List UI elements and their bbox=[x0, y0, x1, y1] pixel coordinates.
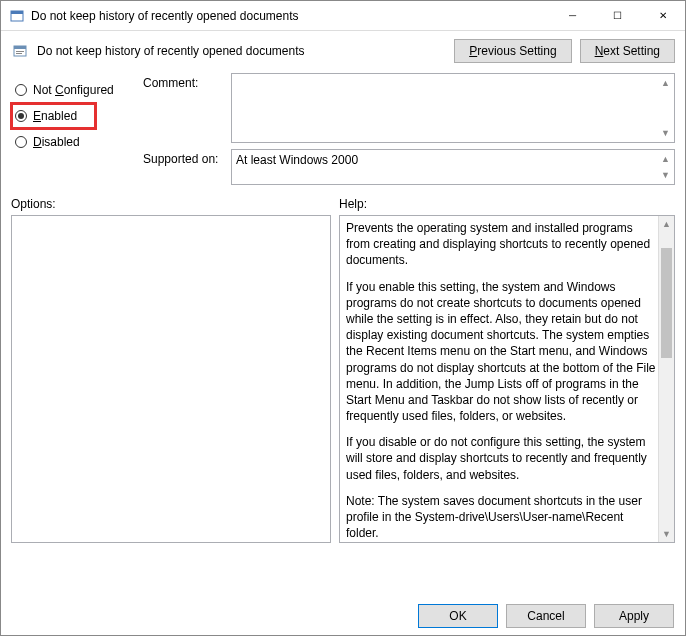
scroll-up-icon: ▲ bbox=[658, 151, 673, 167]
comment-label: Comment: bbox=[143, 73, 223, 90]
comment-scrollbar[interactable]: ▲ ▼ bbox=[658, 75, 673, 141]
help-text: If you enable this setting, the system a… bbox=[346, 279, 656, 425]
scroll-up-icon: ▲ bbox=[658, 75, 673, 91]
supported-on-value: At least Windows 2000 bbox=[236, 153, 358, 167]
state-radio-group: Not Configured Enabled Disabled bbox=[11, 73, 131, 185]
radio-icon bbox=[15, 84, 27, 96]
help-text: Note: The system saves document shortcut… bbox=[346, 493, 656, 542]
svg-rect-4 bbox=[16, 51, 24, 52]
options-label: Options: bbox=[11, 197, 339, 211]
ok-button[interactable]: OK bbox=[418, 604, 498, 628]
app-icon bbox=[9, 8, 25, 24]
next-setting-button[interactable]: Next Setting bbox=[580, 39, 675, 63]
header-title: Do not keep history of recently opened d… bbox=[37, 44, 446, 58]
dialog-footer: OK Cancel Apply bbox=[418, 604, 674, 628]
help-label: Help: bbox=[339, 197, 367, 211]
help-text: Prevents the operating system and instal… bbox=[346, 220, 656, 269]
minimize-button[interactable]: ─ bbox=[550, 1, 595, 31]
comment-textarea[interactable]: ▲ ▼ bbox=[231, 73, 675, 143]
radio-enabled[interactable]: Enabled bbox=[11, 103, 96, 129]
svg-rect-5 bbox=[16, 53, 22, 54]
window-title: Do not keep history of recently opened d… bbox=[31, 9, 299, 23]
help-scrollbar[interactable]: ▲ ▼ bbox=[658, 216, 674, 542]
svg-rect-3 bbox=[14, 46, 26, 49]
help-text: If you disable or do not configure this … bbox=[346, 434, 656, 483]
scroll-down-icon: ▼ bbox=[658, 125, 673, 141]
cancel-button[interactable]: Cancel bbox=[506, 604, 586, 628]
scroll-up-icon: ▲ bbox=[659, 216, 674, 232]
close-button[interactable]: ✕ bbox=[640, 1, 685, 31]
scrollbar-thumb[interactable] bbox=[661, 248, 672, 358]
apply-button[interactable]: Apply bbox=[594, 604, 674, 628]
radio-not-configured[interactable]: Not Configured bbox=[11, 77, 131, 103]
scroll-down-icon: ▼ bbox=[658, 167, 673, 183]
maximize-button[interactable]: ☐ bbox=[595, 1, 640, 31]
scroll-down-icon: ▼ bbox=[659, 526, 674, 542]
titlebar: Do not keep history of recently opened d… bbox=[1, 1, 685, 31]
supported-on-box: At least Windows 2000 ▲ ▼ bbox=[231, 149, 675, 185]
radio-disabled[interactable]: Disabled bbox=[11, 129, 131, 155]
supported-label: Supported on: bbox=[143, 149, 223, 166]
radio-icon bbox=[15, 136, 27, 148]
previous-setting-button[interactable]: Previous Setting bbox=[454, 39, 571, 63]
header-row: Do not keep history of recently opened d… bbox=[1, 31, 685, 69]
radio-icon bbox=[15, 110, 27, 122]
help-panel: Prevents the operating system and instal… bbox=[339, 215, 675, 543]
policy-icon bbox=[11, 42, 29, 60]
supported-scrollbar: ▲ ▼ bbox=[658, 151, 673, 183]
options-panel bbox=[11, 215, 331, 543]
svg-rect-1 bbox=[11, 11, 23, 14]
